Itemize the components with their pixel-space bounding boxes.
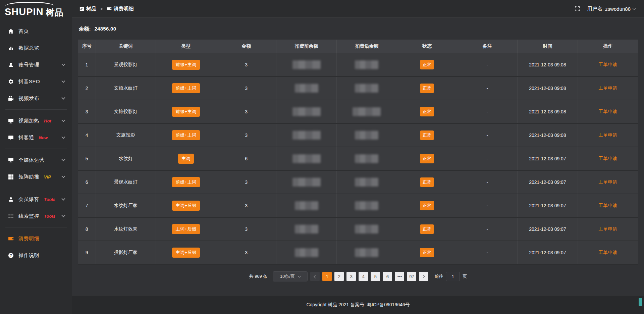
sidebar-item-video-heating[interactable]: 视频加热 Hot xyxy=(0,112,72,129)
work-order-link[interactable]: 工单申请 xyxy=(598,179,617,185)
sidebar-item-label: 账号管理 xyxy=(18,62,39,68)
more-pages-button[interactable]: ••• xyxy=(395,272,404,281)
cell-amount: 3 xyxy=(216,100,276,123)
tools-badge: Tools xyxy=(44,197,55,202)
page-button-5[interactable]: 5 xyxy=(371,272,380,281)
work-order-link[interactable]: 工单申请 xyxy=(598,250,617,255)
col-header-action: 操作 xyxy=(578,40,638,53)
cell-balance-before xyxy=(276,147,337,170)
username-value[interactable]: zswodun88 xyxy=(605,6,631,12)
work-order-link[interactable]: 工单申请 xyxy=(598,86,617,91)
redacted-value xyxy=(355,154,378,163)
sidebar-item-label: 首页 xyxy=(18,28,29,35)
sidebar-item-instructions[interactable]: ? 操作说明 xyxy=(0,247,72,264)
cell-balance-after xyxy=(337,194,397,217)
page-button-1[interactable]: 1 xyxy=(322,272,332,281)
type-badge: 前缀+主词 xyxy=(172,83,200,93)
page-button-2[interactable]: 2 xyxy=(334,272,344,281)
chevron-down-icon xyxy=(298,274,301,278)
grid-icon xyxy=(7,174,14,180)
sidebar-menu: 首页 数据总览 账号管理 抖音SEO xyxy=(0,19,72,264)
logo-arc-decoration xyxy=(5,2,54,10)
fullscreen-icon[interactable] xyxy=(575,6,580,11)
work-order-link[interactable]: 工单申请 xyxy=(598,109,617,114)
cell-index: 9 xyxy=(78,241,96,264)
table-row: 1 景观投影灯 前缀+主词 3 正常 - 2021-12-03 09:08 工单… xyxy=(78,53,638,76)
work-order-link[interactable]: 工单申请 xyxy=(598,226,617,231)
page-button-6[interactable]: 6 xyxy=(383,272,392,281)
sidebar-item-lead-monitor[interactable]: 线索监控 Tools xyxy=(0,208,72,224)
cell-index: 3 xyxy=(78,100,96,123)
sidebar-item-matrix-boost[interactable]: 矩阵助推 VIP xyxy=(0,168,72,185)
table-row: 2 文旅水纹灯 前缀+主词 3 正常 - 2021-12-03 09:08 工单… xyxy=(78,76,638,100)
cell-index: 6 xyxy=(78,170,96,194)
work-order-link[interactable]: 工单申请 xyxy=(598,203,617,208)
breadcrumb-root[interactable]: 树品 xyxy=(86,6,96,12)
work-order-link[interactable]: 工单申请 xyxy=(598,156,617,161)
consumption-table: 序号 关键词 类型 金额 扣费前余额 扣费后余额 状态 备注 时间 操作 1 xyxy=(78,40,638,265)
cell-balance-after xyxy=(337,76,397,100)
chevron-right-icon xyxy=(422,275,425,278)
page-size-select[interactable]: 10条/页 xyxy=(273,271,308,281)
cell-index: 7 xyxy=(78,194,96,217)
question-circle-icon: ? xyxy=(7,252,14,258)
cell-balance-after xyxy=(337,100,397,123)
sidebar-item-home[interactable]: 首页 xyxy=(0,23,72,40)
wallet-icon xyxy=(7,235,14,242)
sidebar-item-account-management[interactable]: 账号管理 xyxy=(0,56,72,73)
goto-page: 前往 页 xyxy=(434,272,467,281)
page-button-3[interactable]: 3 xyxy=(346,272,356,281)
sidebar-item-consumption-detail[interactable]: 消费明细 xyxy=(0,230,72,247)
sidebar-item-label: 线索监控 xyxy=(18,213,39,219)
balance: 余额: 24856.00 xyxy=(79,26,638,32)
chevron-down-icon xyxy=(61,135,65,139)
redacted-value xyxy=(292,60,321,69)
cell-time: 2021-12-03 09:07 xyxy=(518,147,578,170)
next-page-button[interactable] xyxy=(419,272,428,281)
col-header-note: 备注 xyxy=(457,40,518,53)
chevron-down-icon[interactable] xyxy=(633,7,636,10)
balance-value: 24856.00 xyxy=(94,26,116,32)
col-header-status: 状态 xyxy=(397,40,457,53)
work-order-link[interactable]: 工单申请 xyxy=(598,133,617,138)
chevron-down-icon xyxy=(61,62,65,66)
cell-balance-after xyxy=(337,170,397,194)
goto-page-input[interactable] xyxy=(446,272,460,281)
page-button-97[interactable]: 97 xyxy=(407,272,416,281)
table-header-row: 序号 关键词 类型 金额 扣费前余额 扣费后余额 状态 备注 时间 操作 xyxy=(78,40,638,53)
svg-text:?: ? xyxy=(10,253,12,257)
sidebar-item-video-publish[interactable]: 视频发布 xyxy=(0,90,72,107)
sidebar-divider xyxy=(5,149,67,149)
redacted-value xyxy=(355,201,378,210)
status-badge: 正常 xyxy=(420,248,434,257)
tools-badge: Tools xyxy=(44,214,55,219)
redacted-value xyxy=(295,248,318,257)
work-order-link[interactable]: 工单申请 xyxy=(598,62,617,67)
cell-balance-before xyxy=(276,170,337,194)
user-icon xyxy=(7,62,14,68)
table-row: 4 文旅投影 前缀+主词 3 正常 - 2021-12-03 09:08 工单申… xyxy=(78,123,638,147)
sidebar-item-douketong[interactable]: 抖客通 New xyxy=(0,129,72,146)
cell-amount: 3 xyxy=(216,123,276,147)
col-header-index: 序号 xyxy=(78,40,96,53)
sidebar-item-label: 全媒体运营 xyxy=(18,157,45,163)
sidebar-item-douyin-seo[interactable]: 抖音SEO xyxy=(0,73,72,90)
cell-note: - xyxy=(457,147,518,170)
chevron-down-icon xyxy=(61,79,65,83)
redacted-value xyxy=(355,84,378,93)
prev-page-button[interactable] xyxy=(310,272,320,281)
sidebar-item-member-burst[interactable]: 会员爆客 Tools xyxy=(0,191,72,208)
status-badge: 正常 xyxy=(420,154,434,163)
cell-note: - xyxy=(457,123,518,147)
sidebar-item-all-media[interactable]: 全媒体运营 xyxy=(0,152,72,168)
page-button-4[interactable]: 4 xyxy=(359,272,368,281)
sidebar-item-data-overview[interactable]: 数据总览 xyxy=(0,40,72,56)
chevron-left-icon xyxy=(314,275,317,278)
table-row: 3 文旅投影灯 前缀+主词 3 正常 - 2021-12-03 09:08 工单… xyxy=(78,100,638,123)
chat-widget[interactable] xyxy=(639,298,642,306)
pagination: 共 969 条 10条/页 1 2 3 4 5 6 ••• 97 前往 页 xyxy=(78,271,638,281)
cell-keyword: 景观投影灯 xyxy=(96,53,156,76)
cell-note: - xyxy=(457,194,518,217)
monitor-icon xyxy=(7,157,14,163)
redacted-value xyxy=(353,107,381,116)
